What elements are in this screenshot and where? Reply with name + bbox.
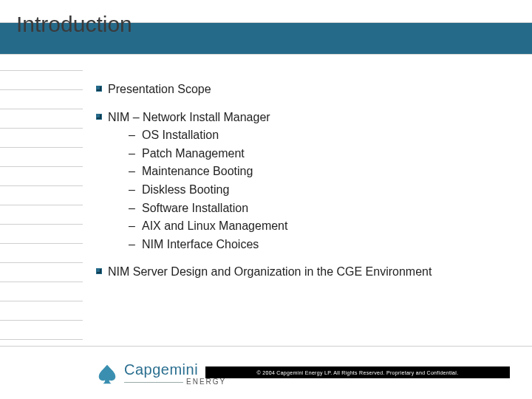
left-margin-rules	[0, 70, 83, 340]
square-bullet-icon	[96, 114, 102, 120]
sub-text: NIM Interface Choices	[142, 238, 259, 250]
bullet-text: Presentation Scope	[108, 83, 211, 95]
sub-text: AIX and Linux Management	[142, 219, 287, 232]
square-bullet-icon	[96, 268, 102, 274]
slide-title: Introduction	[16, 12, 132, 37]
sub-item: –Patch Management	[129, 146, 510, 162]
bullet-item: NIM Server Design and Organization in th…	[96, 264, 510, 280]
dash-icon: –	[129, 236, 135, 253]
brand-sub: ENERGY	[186, 378, 226, 386]
sub-item: –AIX and Linux Management	[129, 218, 510, 234]
brand-divider	[124, 382, 183, 383]
sub-text: Diskless Booting	[142, 183, 229, 196]
dash-icon: –	[129, 146, 135, 162]
bullet-item: Presentation Scope	[96, 81, 510, 98]
footer: Capgemini ENERGY © 2004 Capgemini Energy…	[0, 347, 532, 399]
content-area: Presentation Scope NIM – Network Install…	[96, 81, 510, 292]
sub-text: Maintenance Booting	[142, 165, 253, 177]
sub-item: –Software Installation	[129, 200, 510, 216]
spade-icon	[96, 363, 118, 385]
sub-text: OS Installation	[142, 129, 219, 141]
sub-list: –OS Installation –Patch Management –Main…	[129, 127, 510, 252]
dash-icon: –	[129, 127, 135, 143]
dash-icon: –	[129, 200, 135, 216]
sub-item: –NIM Interface Choices	[129, 236, 510, 253]
slide: Introduction Presentation Scope NIM – Ne…	[0, 0, 532, 399]
sub-item: –Diskless Booting	[129, 182, 510, 198]
dash-icon: –	[129, 182, 135, 198]
bullet-item: NIM – Network Install Manager –OS Instal…	[96, 109, 510, 253]
divider	[0, 346, 532, 347]
dash-icon: –	[129, 218, 135, 234]
copyright-bar: © 2004 Capgemini Energy LP. All Rights R…	[205, 366, 510, 378]
copyright-text: © 2004 Capgemini Energy LP. All Rights R…	[257, 370, 459, 375]
sub-item: –Maintenance Booting	[129, 163, 510, 180]
sub-text: Patch Management	[142, 147, 245, 160]
bullet-text: NIM – Network Install Manager	[108, 111, 270, 123]
sub-text: Software Installation	[142, 202, 248, 214]
bullet-text: NIM Server Design and Organization in th…	[108, 265, 432, 278]
dash-icon: –	[129, 163, 135, 180]
square-bullet-icon	[96, 86, 102, 92]
sub-item: –OS Installation	[129, 127, 510, 143]
